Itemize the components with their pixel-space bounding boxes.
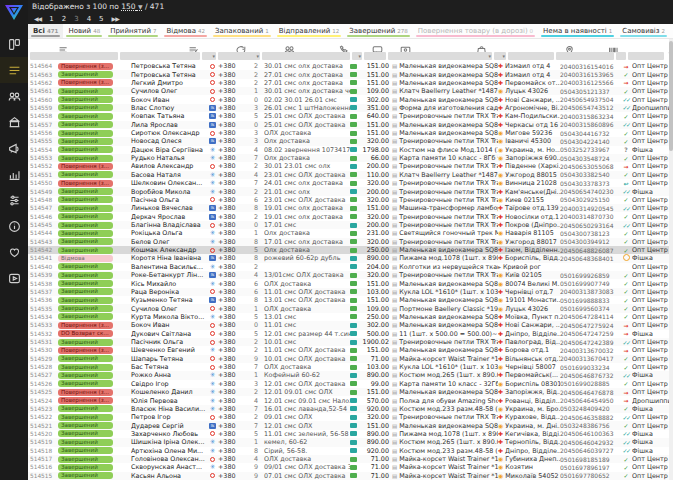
phone-number[interactable]: +380 (218, 305, 248, 313)
filter-input-13[interactable] (628, 52, 664, 60)
order-row-514552[interactable]: 514552Повернення (з...Авилов Александр+3… (28, 162, 673, 170)
phone-number[interactable]: +380 (218, 62, 248, 70)
phone-number[interactable]: +380 (218, 455, 248, 463)
phone-number[interactable]: +380 (218, 162, 248, 170)
order-row-514547[interactable]: 514547ЗавершенийЛиньков Вячеславlk+38081… (28, 204, 673, 212)
filter-input-12[interactable] (616, 52, 626, 60)
order-row-514555[interactable]: 514555ЗавершенийНовосад Олесяlk+3803Олх … (28, 137, 673, 145)
phone-number[interactable]: +380 (218, 363, 248, 371)
phone-number[interactable]: +380 (218, 129, 248, 137)
order-row-514544[interactable]: 514544ЗавершенийРокіцька Ольга✳+3801Олх … (28, 229, 673, 237)
phone-number[interactable]: +380 (218, 397, 248, 405)
order-row-514549[interactable]: 514549ЗавершенийВоробйов Микола✳+380221.… (28, 187, 673, 195)
order-row-514528[interactable]: 514528ЗавершенийБас Тетяна+3807ОЛХ доста… (28, 363, 673, 371)
phone-number[interactable]: +380 (218, 463, 248, 471)
per-page-selector[interactable]: 150 ▼ (121, 2, 142, 11)
scrollbar-thumb[interactable] (669, 41, 673, 151)
order-row-514529[interactable]: 514529ЗавершенийШапарь Тетяна+380910.01 … (28, 355, 673, 363)
phone-number[interactable]: +380 (218, 280, 248, 288)
phone-number[interactable]: +380 (218, 246, 248, 254)
phone-number[interactable]: +380 (218, 472, 248, 480)
order-row-514526[interactable]: 514526ЗавершенийСвідро Ігор✳+380312.01 с… (28, 380, 673, 388)
order-row-514562[interactable]: 514562Повернення (з...Легкий Дмитро+3802… (28, 79, 673, 87)
phone-number[interactable]: +380 (218, 321, 248, 329)
order-row-514560[interactable]: 514560ЗавершенийБокоч Иван+380002.02 30.… (28, 95, 673, 103)
phone-number[interactable]: +380 (218, 213, 248, 221)
filter-input-7[interactable] (364, 52, 386, 60)
page-number[interactable]: 5 (99, 15, 103, 23)
tab-6[interactable]: Відправлений12 (274, 24, 344, 38)
filter-input-6[interactable] (352, 52, 362, 60)
order-row-514551[interactable]: 514551ЗавершенийБасова Наталя✳+380423.01… (28, 171, 673, 179)
phone-number[interactable]: +380 (218, 146, 248, 154)
order-row-514516[interactable]: 514516ЗавершенийСкворунская Анаст...✳+38… (28, 463, 673, 471)
phone-number[interactable]: +380 (218, 288, 248, 296)
payment-icon[interactable] (400, 40, 412, 50)
phone-number[interactable]: +380 (218, 112, 248, 120)
megaphone-icon[interactable] (0, 135, 28, 161)
order-row-514558[interactable]: 514558ЗавершенийКовпак Татьянаlk+380525.… (28, 112, 673, 120)
stats-icon[interactable] (0, 161, 28, 187)
order-row-514536[interactable]: 514536ЗавершенийКузьменко Тетянаlk+38081… (28, 296, 673, 304)
order-row-514532[interactable]: 514532DO Возврат ск...Дукович Світлана+3… (28, 330, 673, 338)
order-row-514518[interactable]: 514518ЗавершенийАртюхіна Олена Ми...✳+38… (28, 447, 673, 455)
order-row-514521[interactable]: 514521ЗавершенийДударев Сергійlk+380712.… (28, 421, 673, 429)
tab-8[interactable]: Повернення товару (в дорозі)0 (413, 24, 538, 38)
phone-number[interactable]: +380 (218, 405, 248, 413)
source-icon[interactable] (235, 40, 247, 50)
phone-number[interactable]: +380 (218, 388, 248, 396)
phone-number[interactable]: +380 (218, 171, 248, 179)
order-row-514564[interactable]: 514564Повернення (з...Петровська Тетяна+… (28, 62, 673, 70)
phone-number[interactable]: +380 (218, 71, 248, 79)
tab-9[interactable]: Нема в наявності1 (538, 24, 617, 38)
tab-5[interactable]: Запакований1 (210, 24, 274, 38)
tab-3[interactable]: Прийнятий7 (105, 24, 161, 38)
phone-number[interactable]: +380 (218, 254, 248, 262)
products-bag-icon[interactable] (476, 40, 488, 50)
phone-number[interactable]: +380 (218, 380, 248, 388)
page-number[interactable]: 3 (74, 15, 78, 23)
phone-number[interactable]: +380 (218, 79, 248, 87)
filter-input-2[interactable] (120, 52, 200, 60)
phone-number[interactable]: +380 (218, 271, 248, 279)
tune-icon[interactable] (0, 187, 28, 213)
order-row-514563[interactable]: 514563ЗавершенийПетровська Тетяна+380227… (28, 70, 673, 78)
location-pin-icon[interactable] (564, 40, 576, 50)
order-row-514557[interactable]: 514557ЗавершенийЛила Ярославlk+380025.01… (28, 121, 673, 129)
phone-icon[interactable] (338, 40, 350, 50)
filter-input-1[interactable] (30, 52, 118, 60)
order-row-514523[interactable]: 514523ЗавершенийВласюк Ніна Васили...✳+3… (28, 405, 673, 413)
phone-number[interactable]: +380 (218, 355, 248, 363)
phone-number[interactable]: +380 (218, 96, 248, 104)
order-row-514538[interactable]: 514538ЗавершенийКісь Михайло✳+3806ОЛХ до… (28, 279, 673, 287)
phone-number[interactable]: +380 (218, 154, 248, 162)
clients-icon[interactable] (0, 83, 28, 109)
orders-list-icon[interactable] (0, 57, 28, 83)
page-number[interactable]: 2 (62, 15, 66, 23)
ttn-barcode-icon[interactable] (608, 40, 620, 50)
support-icon[interactable] (0, 239, 28, 265)
tab-1[interactable]: Всі471 (28, 24, 63, 38)
order-row-514533[interactable]: 514533Повернення (з...Бокоч Иван+380011.… (28, 321, 673, 329)
phone-number[interactable]: +380 (218, 87, 248, 95)
filter-input-8[interactable] (388, 52, 492, 60)
filter-input-5[interactable] (262, 52, 350, 60)
comment-icon[interactable] (372, 40, 384, 50)
order-row-514561[interactable]: 514561ЗавершенийСучилов Олег+380130.01 с… (28, 87, 673, 95)
order-row-514537[interactable]: 514537ЗавершенийРаца Вероніка+380611.01 … (28, 288, 673, 296)
filter-input-3[interactable] (202, 52, 216, 60)
phone-number[interactable]: +380 (218, 422, 248, 430)
order-row-514559[interactable]: 514559ЗавершенийВлас Слотюуlk+380326.01 … (28, 104, 673, 112)
filter-input-10[interactable] (508, 52, 554, 60)
video-icon[interactable] (0, 265, 28, 291)
order-row-514541[interactable]: 514541ВідмоваКоротя Ніна Іванівнаlk+3808… (28, 254, 673, 262)
order-row-514535[interactable]: 514535ЗавершенийСучилов Олег+3801ОЛХ дос… (28, 304, 673, 312)
phone-number[interactable]: +380 (218, 179, 248, 187)
phone-number[interactable]: +380 (218, 204, 248, 212)
order-row-514542[interactable]: 514542ЗавершенийКошмак Александр+3805Олх… (28, 246, 673, 254)
page-number[interactable]: 4 (87, 15, 91, 23)
filter-input-9[interactable] (494, 52, 506, 60)
order-row-514515[interactable]: 514515ЗавершенийКасьян Альона+380907.01 … (28, 472, 673, 480)
order-row-514548[interactable]: 514548ЗавершенийПасічна Ольга+380623.01 … (28, 196, 673, 204)
order-row-514520[interactable]: 514520ЗавершенийЗахарченко Любовь+380511… (28, 430, 673, 438)
